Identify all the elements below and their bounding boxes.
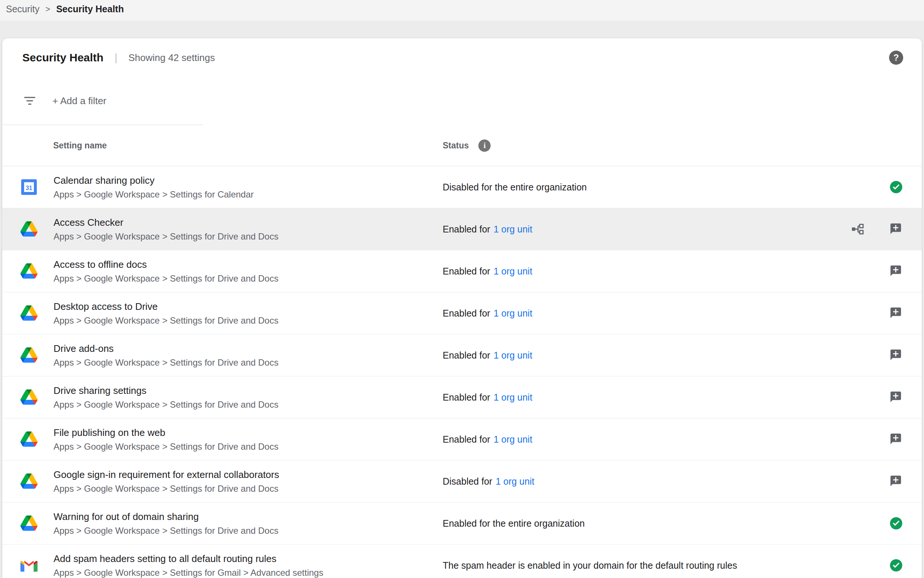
drive-icon (21, 474, 37, 489)
setting-path: Apps > Google Workspace > Settings for D… (53, 273, 278, 284)
panel-header: Security Health | Showing 42 settings ? (2, 38, 922, 77)
breadcrumb-separator-icon: > (45, 4, 50, 14)
table-row[interactable]: File publishing on the web Apps > Google… (2, 419, 922, 461)
org-unit-link[interactable]: 1 org unit (494, 266, 532, 277)
status-text: Enabled for (443, 434, 490, 445)
recommendation-badge-icon[interactable] (890, 222, 903, 236)
setting-name: Drive add-ons (53, 343, 278, 354)
table-row[interactable]: Warning for out of domain sharing Apps >… (2, 502, 922, 544)
check-circle-icon[interactable] (890, 516, 903, 530)
filter-bar: + Add a filter (2, 77, 922, 125)
recommendation-badge-icon[interactable] (890, 265, 903, 278)
setting-path: Apps > Google Workspace > Settings for G… (53, 567, 324, 578)
setting-path: Apps > Google Workspace > Settings for D… (53, 231, 278, 242)
setting-name: Desktop access to Drive (53, 300, 278, 312)
setting-name: Drive sharing settings (53, 385, 278, 396)
setting-name: Calendar sharing policy (53, 174, 254, 186)
table-header: Setting name Status i (2, 125, 922, 166)
recommendation-badge-icon[interactable] (890, 391, 903, 404)
breadcrumb-parent[interactable]: Security (6, 4, 39, 15)
breadcrumb: Security > Security Health (0, 0, 924, 21)
drive-icon (21, 221, 37, 237)
setting-path: Apps > Google Workspace > Settings for D… (53, 483, 279, 494)
help-icon: ? (893, 52, 899, 63)
status-text: Enabled for (443, 392, 490, 403)
settings-table: 31 Calendar sharing policy Apps > Google… (2, 166, 922, 578)
status-text: Enabled for (443, 224, 490, 235)
recommendation-badge-icon[interactable] (890, 475, 903, 488)
org-unit-link[interactable]: 1 org unit (494, 350, 532, 361)
table-row[interactable]: Drive sharing settings Apps > Google Wor… (2, 377, 922, 419)
info-icon[interactable]: i (478, 140, 490, 152)
table-row[interactable]: Access Checker Apps > Google Workspace >… (2, 208, 922, 250)
svg-text:31: 31 (26, 185, 32, 191)
drive-icon (21, 516, 37, 531)
setting-path: Apps > Google Workspace > Settings for C… (53, 189, 254, 200)
setting-name: Access Checker (53, 216, 278, 228)
title-separator: | (115, 52, 117, 63)
breadcrumb-current: Security Health (56, 4, 124, 15)
setting-path: Apps > Google Workspace > Settings for D… (53, 525, 278, 536)
org-unit-link[interactable]: 1 org unit (495, 476, 534, 487)
setting-name: Access to offline docs (53, 258, 278, 270)
org-unit-link[interactable]: 1 org unit (494, 308, 532, 319)
settings-count: Showing 42 settings (128, 52, 215, 63)
gmail-icon (21, 559, 37, 572)
org-structure-icon[interactable] (851, 222, 864, 236)
status-text: Disabled for (443, 476, 492, 487)
check-circle-icon[interactable] (890, 559, 903, 572)
setting-name: File publishing on the web (53, 427, 278, 438)
drive-icon (21, 390, 37, 405)
calendar-icon: 31 (21, 179, 37, 195)
recommendation-badge-icon[interactable] (890, 307, 903, 320)
drive-icon (21, 305, 37, 321)
org-unit-link[interactable]: 1 org unit (494, 392, 532, 403)
setting-path: Apps > Google Workspace > Settings for D… (53, 441, 278, 452)
table-row[interactable]: Google sign-in requirement for external … (2, 461, 922, 502)
column-status: Status (443, 141, 469, 151)
status-text: Enabled for (443, 266, 490, 277)
status-text: Disabled for the entire organization (443, 182, 587, 193)
status-text: Enabled for (443, 308, 490, 319)
setting-name: Google sign-in requirement for external … (53, 469, 279, 481)
help-button[interactable]: ? (889, 50, 903, 65)
security-health-panel: Security Health | Showing 42 settings ? … (2, 38, 922, 578)
setting-path: Apps > Google Workspace > Settings for D… (53, 357, 278, 368)
drive-icon (21, 432, 37, 447)
page-title: Security Health (22, 51, 104, 64)
status-text: Enabled for the entire organization (443, 518, 585, 529)
table-row[interactable]: Add spam headers setting to all default … (2, 544, 922, 578)
status-text: The spam header is enabled in your domai… (443, 560, 737, 571)
org-unit-link[interactable]: 1 org unit (494, 434, 532, 445)
setting-name: Add spam headers setting to all default … (53, 553, 324, 565)
table-row[interactable]: Drive add-ons Apps > Google Workspace > … (2, 334, 922, 377)
filter-list-icon[interactable] (23, 94, 36, 107)
check-circle-icon[interactable] (890, 180, 903, 194)
setting-path: Apps > Google Workspace > Settings for D… (53, 315, 278, 326)
add-filter-button[interactable]: + Add a filter (52, 95, 106, 107)
org-unit-link[interactable]: 1 org unit (494, 224, 532, 235)
column-setting-name: Setting name (53, 141, 107, 151)
setting-name: Warning for out of domain sharing (53, 511, 278, 523)
recommendation-badge-icon[interactable] (890, 433, 903, 446)
drive-icon (21, 347, 37, 363)
table-row[interactable]: Desktop access to Drive Apps > Google Wo… (2, 292, 922, 334)
drive-icon (21, 263, 37, 279)
setting-path: Apps > Google Workspace > Settings for D… (53, 399, 278, 410)
recommendation-badge-icon[interactable] (890, 349, 903, 362)
table-row[interactable]: 31 Calendar sharing policy Apps > Google… (2, 166, 922, 208)
table-row[interactable]: Access to offline docs Apps > Google Wor… (2, 250, 922, 292)
status-text: Enabled for (443, 350, 490, 361)
